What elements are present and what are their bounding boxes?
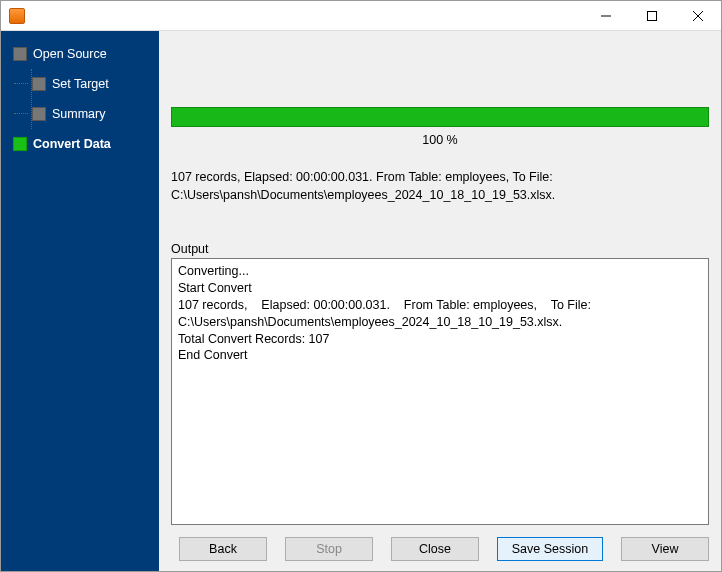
content-pane: 100 % 107 records, Elapsed: 00:00:00.031… [159,31,721,571]
sidebar-item-convert-data[interactable]: Convert Data [13,129,159,159]
sidebar-item-label: Summary [52,107,105,121]
back-button[interactable]: Back [179,537,267,561]
close-button[interactable] [675,1,721,31]
button-row: Back Stop Close Save Session View [171,537,709,561]
sidebar-item-label: Convert Data [33,137,111,151]
sidebar-item-summary[interactable]: Summary [32,99,159,129]
step-icon [13,137,27,151]
svg-rect-1 [648,11,657,20]
sidebar-item-label: Set Target [52,77,109,91]
step-icon [32,77,46,91]
save-session-button[interactable]: Save Session [497,537,603,561]
sidebar-item-open-source[interactable]: Open Source [13,39,159,69]
status-line: 107 records, Elapsed: 00:00:00.031. From… [171,169,709,187]
step-icon [32,107,46,121]
stop-button: Stop [285,537,373,561]
app-icon [9,8,25,24]
minimize-button[interactable] [583,1,629,31]
status-line: C:\Users\pansh\Documents\employees_2024_… [171,187,709,205]
sidebar-item-label: Open Source [33,47,107,61]
status-text: 107 records, Elapsed: 00:00:00.031. From… [171,169,709,204]
wizard-sidebar: Open Source Set Target Summary [1,31,159,571]
close-dialog-button[interactable]: Close [391,537,479,561]
progress-bar [171,107,709,127]
titlebar [1,1,721,31]
output-textarea[interactable]: Converting... Start Convert 107 records,… [171,258,709,525]
progress-percent: 100 % [171,133,709,147]
view-button[interactable]: View [621,537,709,561]
sidebar-item-set-target[interactable]: Set Target [32,69,159,99]
maximize-button[interactable] [629,1,675,31]
step-icon [13,47,27,61]
output-label: Output [171,242,709,256]
